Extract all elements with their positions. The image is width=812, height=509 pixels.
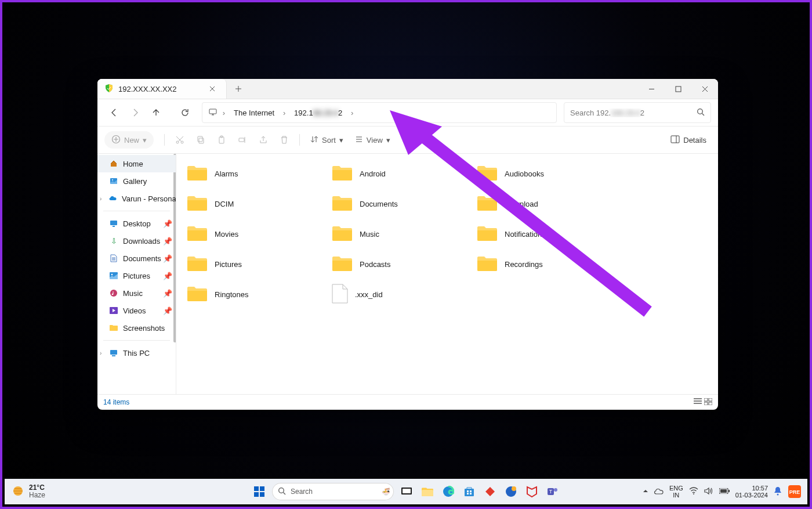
copy-icon[interactable] <box>191 131 210 149</box>
folder-item[interactable]: Podcasts <box>332 255 477 274</box>
folder-icon <box>332 225 353 244</box>
network-location-icon <box>104 84 114 95</box>
up-icon[interactable] <box>146 103 166 122</box>
language-indicator[interactable]: ENG IN <box>669 485 683 499</box>
overflow-icon[interactable] <box>643 488 648 496</box>
store-icon[interactable] <box>461 483 477 500</box>
svg-rect-33 <box>403 489 411 493</box>
folder-item[interactable]: Pictures <box>187 255 332 274</box>
folder-item[interactable]: Movies <box>187 225 332 244</box>
rename-icon[interactable] <box>233 131 252 149</box>
battery-icon[interactable] <box>719 488 730 496</box>
svg-rect-38 <box>470 490 472 492</box>
svg-rect-21 <box>704 398 708 401</box>
svg-rect-1 <box>209 109 216 114</box>
sidebar-item-pictures[interactable]: Pictures 📌 <box>97 267 176 284</box>
taskbar: 21°C Haze Search 🍜 T <box>5 479 807 504</box>
start-icon[interactable] <box>251 483 267 500</box>
file-item[interactable]: .xxx_did <box>332 284 477 305</box>
wifi-icon[interactable] <box>689 487 698 497</box>
sidebar-item-onedrive[interactable]: › Varun - Personal <box>97 190 176 207</box>
folder-icon <box>332 194 353 214</box>
chevron-down-icon: ▾ <box>143 136 147 145</box>
sidebar-item-music[interactable]: Music 📌 <box>97 284 176 302</box>
folder-item[interactable]: Notifications <box>477 225 622 244</box>
folder-name: Android <box>360 169 386 178</box>
refresh-icon[interactable] <box>175 103 195 122</box>
sidebar-item-thispc[interactable]: › This PC <box>97 344 176 362</box>
svg-point-13 <box>112 179 113 181</box>
folder-item[interactable]: Music <box>332 225 477 244</box>
sidebar-item-label: Screenshots <box>123 324 165 333</box>
svg-rect-10 <box>239 138 244 142</box>
sort-button[interactable]: Sort ▾ <box>306 131 348 149</box>
back-icon[interactable] <box>104 103 124 122</box>
app-icon-red-diamond[interactable] <box>482 483 498 500</box>
svg-point-31 <box>279 488 284 493</box>
search-input[interactable]: Search 192.168.29.42 <box>564 102 711 123</box>
taskbar-search[interactable]: Search 🍜 <box>272 483 394 500</box>
folder-item[interactable]: Audiobooks <box>477 164 622 183</box>
view-button[interactable]: View ▾ <box>350 131 395 149</box>
task-view-icon[interactable] <box>398 483 415 500</box>
sidebar-item-label: Videos <box>123 306 146 315</box>
edge-icon[interactable] <box>440 483 456 500</box>
cut-icon[interactable] <box>171 131 189 149</box>
taskbar-weather[interactable]: 21°C Haze <box>5 484 45 499</box>
new-button[interactable]: New ▾ <box>104 131 154 149</box>
breadcrumb-item[interactable]: The Internet <box>230 109 278 117</box>
forward-icon[interactable] <box>125 103 145 122</box>
onedrive-icon <box>109 194 117 203</box>
details-pane-button[interactable]: Details <box>666 131 711 149</box>
sidebar-item-gallery[interactable]: Gallery <box>97 172 176 190</box>
sidebar-item-downloads[interactable]: ⇩ Downloads 📌 <box>97 232 176 250</box>
folder-item[interactable]: Documents <box>332 194 477 214</box>
folder-item[interactable]: Alarms <box>187 164 332 183</box>
details-view-icon[interactable] <box>694 398 702 407</box>
sidebar-item-documents[interactable]: Documents 📌 <box>97 250 176 267</box>
address-bar[interactable]: › The Internet › 192.168.29.42 › <box>202 102 557 123</box>
chevron-right-icon[interactable]: › <box>220 109 228 117</box>
folder-item[interactable]: Download <box>477 194 622 214</box>
teams-icon[interactable]: T <box>545 483 561 500</box>
close-tab-icon[interactable] <box>204 81 220 97</box>
titlebar-tab[interactable]: 192.XXX.XX.XX2 <box>97 79 227 99</box>
chevron-right-icon[interactable]: › <box>100 196 102 202</box>
folder-name: Notifications <box>505 230 546 239</box>
mcafee-icon[interactable] <box>524 483 540 500</box>
svg-rect-22 <box>709 398 712 401</box>
copilot-icon[interactable]: PRE <box>788 483 802 500</box>
share-icon[interactable] <box>254 131 273 149</box>
maximize-icon[interactable] <box>665 79 691 99</box>
sidebar-item-home[interactable]: Home <box>97 155 176 172</box>
documents-icon <box>109 254 118 262</box>
file-explorer-icon[interactable] <box>419 483 436 500</box>
taskbar-clock[interactable]: 10:57 01-03-2024 <box>735 485 768 499</box>
close-icon[interactable] <box>691 79 718 99</box>
sort-label: Sort <box>322 136 336 145</box>
paste-icon[interactable] <box>212 131 231 149</box>
app-icon-globe[interactable] <box>503 483 519 500</box>
notifications-icon[interactable] <box>774 486 782 497</box>
minimize-icon[interactable] <box>638 79 665 99</box>
sidebar-item-desktop[interactable]: Desktop 📌 <box>97 215 176 232</box>
delete-icon[interactable] <box>275 131 293 149</box>
chevron-right-icon[interactable]: › <box>280 109 288 117</box>
new-tab-icon[interactable] <box>230 81 246 97</box>
chevron-right-icon[interactable]: › <box>348 109 356 117</box>
folder-item[interactable]: DCIM <box>187 194 332 214</box>
folder-item[interactable]: Recordings <box>477 255 622 274</box>
pin-icon: 📌 <box>163 306 172 315</box>
svg-point-2 <box>698 109 703 114</box>
sidebar-item-screenshots[interactable]: Screenshots <box>97 319 176 337</box>
command-bar: New ▾ Sort ▾ View ▾ <box>97 127 718 154</box>
tiles-view-icon[interactable] <box>704 398 712 407</box>
breadcrumb-item[interactable]: 192.168.29.42 <box>291 109 346 117</box>
volume-icon[interactable] <box>704 487 713 497</box>
onedrive-tray-icon[interactable] <box>654 488 664 496</box>
folder-item[interactable]: Android <box>332 164 477 183</box>
chevron-right-icon[interactable]: › <box>100 350 102 356</box>
folder-item[interactable]: Ringtones <box>187 285 332 304</box>
search-icon <box>697 108 705 118</box>
sidebar-item-videos[interactable]: Videos 📌 <box>97 302 176 319</box>
